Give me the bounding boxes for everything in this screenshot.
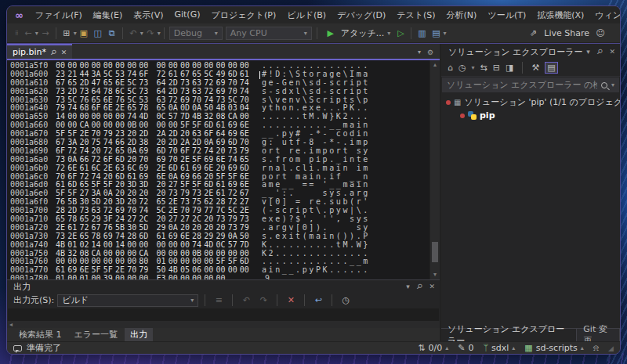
tab-git-changes[interactable]: Git 変更: [577, 329, 620, 341]
hex-bytes[interactable]: 0100010039000000F30000000000: [56, 275, 228, 279]
previous-message-icon[interactable]: ↶: [239, 295, 253, 305]
toggle-word-wrap-icon[interactable]: ↩: [311, 295, 325, 305]
pin-icon[interactable]: ⚲: [49, 48, 58, 57]
filter-dropdown-icon[interactable]: ▾: [472, 64, 475, 71]
repo-icon: ▦: [524, 343, 532, 353]
hex-address: 0001a6b0: [10, 164, 51, 173]
editor-options-gear-icon[interactable]: ⚙: [427, 49, 433, 56]
menu-item[interactable]: テスト(S): [391, 8, 440, 23]
menu-item[interactable]: ビルド(B): [281, 8, 332, 23]
hex-ascii[interactable]: K..........tM.W}: [262, 241, 370, 250]
attach-debugger-button[interactable]: ▶ アタッチ... ▾: [321, 27, 394, 39]
scrollbar-thumb[interactable]: [432, 242, 438, 262]
hex-address: 0001a780: [10, 275, 51, 279]
pending-edits-button[interactable]: ✎ 0: [458, 343, 473, 353]
open-folder-icon[interactable]: ▣: [77, 28, 91, 38]
redo-icon[interactable]: ↷: [143, 28, 158, 38]
close-tab-icon[interactable]: ✕: [61, 49, 67, 56]
explorer-pin-icon[interactable]: ⚲: [595, 47, 604, 56]
output-source-dropdown[interactable]: ビルド ▾: [57, 294, 198, 307]
menu-item[interactable]: ウィンドウ(W): [589, 8, 621, 23]
timestamp-icon[interactable]: ◷: [339, 295, 353, 305]
notifications-bell-icon[interactable]: ⍾: [593, 343, 599, 353]
solution-platform-dropdown[interactable]: Any CPU ▾: [226, 27, 312, 40]
hex-bytes[interactable]: 732D7364786C5C73642D736372697074: [56, 88, 252, 96]
sync-arrows-icon: ⇅: [418, 343, 425, 353]
bottom-tab[interactable]: エラー一覧: [69, 328, 124, 341]
scroll-down-icon[interactable]: ▾: [433, 270, 437, 279]
save-icon[interactable]: ◫: [91, 28, 105, 38]
tab-pip-bin[interactable]: pip.bin* ⚲ ✕: [7, 44, 72, 59]
menu-item[interactable]: 分析(N): [441, 8, 483, 23]
collapse-all-icon[interactable]: ⊟: [493, 63, 500, 73]
solution-configuration-dropdown[interactable]: Debug ▾: [169, 27, 223, 40]
redo-dropdown-icon[interactable]: ▾: [158, 30, 161, 37]
tree-item-pip-project[interactable]: pip: [441, 109, 620, 122]
bottom-tab[interactable]: 検索結果 1: [13, 328, 67, 341]
vertical-scrollbar[interactable]: ▴ ▾: [429, 60, 440, 279]
command-window-icon[interactable]: ▤: [429, 28, 443, 38]
scroll-left-icon[interactable]: ◂: [7, 321, 15, 328]
switch-views-icon[interactable]: ⌂: [448, 63, 453, 73]
menu-item[interactable]: 編集(E): [88, 8, 129, 23]
explorer-dropdown-icon[interactable]: ▾: [586, 48, 590, 56]
properties-icon[interactable]: ◨: [506, 63, 513, 73]
output-search-icon[interactable]: ≡: [212, 295, 226, 305]
tab-list-dropdown-icon[interactable]: ▾: [418, 49, 421, 56]
save-all-icon[interactable]: ⧉: [105, 28, 119, 38]
hex-row[interactable]: 0001a620732D7364786C5C73642D736372697074…: [10, 88, 429, 96]
feedback-icon[interactable]: ☺: [593, 28, 607, 38]
navigate-forward-icon[interactable]: →: [38, 28, 53, 38]
sync-with-active-document-icon[interactable]: ⇆: [480, 63, 487, 73]
menu-item[interactable]: デバッグ(D): [332, 8, 391, 23]
output-pin-icon[interactable]: ⚲: [415, 282, 424, 291]
git-sync-button[interactable]: ⇅ 0/0 ▴: [418, 343, 448, 353]
hex-row[interactable]: 0001a6b0726E616C2E636C692E6D61696E20696D…: [10, 164, 429, 173]
navigate-back-icon[interactable]: ←: [21, 28, 35, 38]
output-panel: 出力 ▾ ⚲ ✕ 出力元(S): ビルド ▾ ≡ ↶: [7, 279, 440, 341]
find-in-files-icon[interactable]: ▥: [415, 28, 429, 38]
toolbar-overflow-icon[interactable]: ▾: [443, 30, 446, 37]
horizontal-scrollbar[interactable]: ◂: [7, 321, 440, 328]
undo-icon[interactable]: ↶: [126, 28, 140, 38]
hex-row[interactable]: 0001a7800100010039000000F30000000000....…: [10, 275, 429, 279]
menu-item[interactable]: 拡張機能(X): [531, 8, 589, 23]
toolbar-drag-handle[interactable]: ⁞⁞: [15, 29, 18, 37]
bottom-tab[interactable]: 出力: [125, 328, 153, 341]
output-dropdown-icon[interactable]: ▾: [406, 283, 410, 290]
tab-solution-explorer[interactable]: ソリューション エクスプローラー: [441, 329, 577, 341]
hex-ascii[interactable]: s-sdxl\sd-script: [262, 88, 370, 96]
git-repo-button[interactable]: ▦ sd-scripts ▴: [524, 343, 584, 353]
menu-item[interactable]: プロジェクト(P): [205, 8, 281, 23]
solution-search-box[interactable]: ソリューション エクスプローラー の検索 (Ctrl+;) ▾: [442, 77, 619, 92]
hex-bytes[interactable]: 726E616C2E636C692E6D61696E20696D: [56, 164, 252, 173]
modified-indicator-icon: [460, 114, 465, 118]
wrench-icon[interactable]: ⚒: [531, 63, 539, 73]
resize-grip-icon[interactable]: ◢: [608, 344, 614, 352]
hex-row[interactable]: 0001a7404B01021400140000000000744D0C577D…: [10, 241, 429, 250]
hex-ascii[interactable]: rnal.cli.main im: [262, 164, 370, 173]
feedback-bubble-icon[interactable]: [13, 345, 22, 351]
start-without-debugging-icon[interactable]: ▷: [393, 28, 408, 38]
live-share-button[interactable]: ⇗ Live Share ☺: [526, 28, 615, 38]
git-branch-button[interactable]: ᛘ sdxl ▴: [483, 343, 515, 353]
menu-item[interactable]: Git(G): [169, 8, 205, 23]
scroll-up-icon[interactable]: ▴: [433, 60, 437, 70]
next-message-icon[interactable]: ↷: [256, 295, 270, 305]
output-close-icon[interactable]: ✕: [429, 283, 435, 290]
pending-changes-filter-icon[interactable]: ◷: [458, 63, 466, 73]
output-content[interactable]: [8, 308, 439, 321]
hex-ascii[interactable]: ....9.........: [238, 275, 333, 279]
clear-all-output-icon[interactable]: ✕: [284, 295, 298, 305]
chevron-down-icon: ▾: [215, 30, 218, 37]
hex-bytes[interactable]: 4B01021400140000000000744D0C577D: [56, 241, 252, 250]
tree-item-solution[interactable]: ▦ ソリューション 'pip' (1/1 のプロジェクト): [441, 96, 620, 109]
menu-item[interactable]: 表示(V): [128, 8, 169, 23]
explorer-close-icon[interactable]: ✕: [609, 48, 615, 56]
document-tab-bar: pip.bin* ⚲ ✕ ▾ ⚙: [7, 44, 440, 59]
new-item-icon[interactable]: ⊞: [60, 28, 74, 38]
show-all-files-icon[interactable]: ▤: [545, 62, 557, 74]
hex-rows-container[interactable]: 0001a5f000000000000000000000000000000000…: [7, 60, 429, 279]
menu-item[interactable]: ファイル(F): [30, 8, 88, 23]
menu-item[interactable]: ツール(T): [482, 8, 531, 23]
